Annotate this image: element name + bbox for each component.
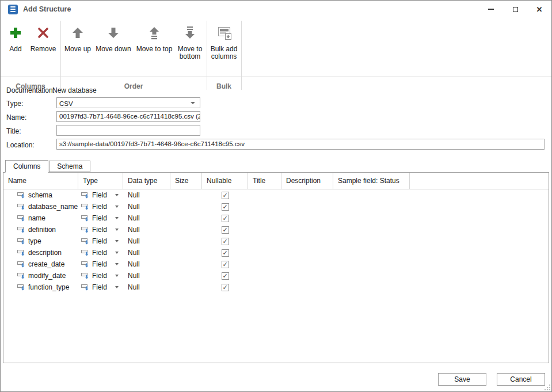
name-input[interactable]: 00197fd3-7b71-4648-96ce-c6c711418c95.csv…: [56, 111, 200, 122]
row-name-label: description: [28, 249, 62, 257]
title-label: Title:: [6, 127, 21, 135]
row-description-cell: [281, 212, 333, 224]
row-sample-cell: [333, 212, 410, 224]
chevron-down-icon: [191, 102, 195, 104]
row-size-cell: [170, 235, 202, 247]
header-nullable[interactable]: Nullable: [202, 173, 248, 189]
remove-button[interactable]: Remove: [29, 20, 57, 53]
field-icon: [17, 238, 25, 245]
row-sample-cell: [333, 281, 410, 293]
row-type-label: Field: [92, 272, 107, 280]
header-sample-field[interactable]: Sample field: Status: [333, 173, 410, 189]
nullable-checkbox[interactable]: [222, 226, 229, 234]
table-row[interactable]: modify_date Field Null: [3, 270, 549, 281]
header-size[interactable]: Size: [170, 173, 202, 189]
table-row[interactable]: type Field Null: [3, 235, 549, 247]
group-separator: [241, 21, 242, 90]
row-sample-cell: [333, 201, 410, 212]
row-type-select[interactable]: Field: [78, 189, 123, 201]
move-to-bottom-button[interactable]: Move to bottom: [174, 20, 205, 60]
remove-button-label: Remove: [29, 45, 57, 53]
move-up-button[interactable]: Move up: [62, 20, 94, 53]
table-row[interactable]: definition Field Null: [3, 224, 549, 235]
row-datatype-label: Null: [128, 249, 140, 257]
minimize-button[interactable]: [479, 1, 503, 18]
bulk-add-columns-button[interactable]: Bulk add columns: [208, 20, 240, 60]
maximize-button[interactable]: [503, 1, 527, 18]
nullable-checkbox[interactable]: [222, 238, 229, 245]
row-type-label: Field: [92, 260, 107, 268]
row-type-select[interactable]: Field: [78, 224, 123, 235]
row-size-cell: [170, 270, 202, 281]
row-type-select[interactable]: Field: [78, 281, 123, 293]
type-label: Type:: [6, 100, 23, 108]
nullable-checkbox[interactable]: [222, 261, 229, 268]
table-row[interactable]: create_date Field Null: [3, 258, 549, 270]
header-description[interactable]: Description: [281, 173, 333, 189]
row-type-label: Field: [92, 203, 107, 211]
row-sample-cell: [333, 270, 410, 281]
row-type-label: Field: [92, 249, 107, 257]
nullable-checkbox[interactable]: [222, 272, 229, 280]
close-button[interactable]: ✕: [527, 1, 551, 18]
row-type-select[interactable]: Field: [78, 247, 123, 258]
location-input[interactable]: s3://sample-data/00197fd3-7b71-4648-96ce…: [56, 139, 545, 150]
header-data-type[interactable]: Data type: [123, 173, 170, 189]
row-size-cell: [170, 258, 202, 270]
row-datatype-label: Null: [128, 214, 140, 222]
table-row[interactable]: name Field Null: [3, 212, 549, 224]
field-icon: [81, 272, 89, 279]
row-type-select[interactable]: Field: [78, 235, 123, 247]
header-name[interactable]: Name: [3, 173, 78, 189]
table-header-row: Name Type Data type Size Nullable Title …: [3, 173, 549, 189]
ribbon-toolbar: Add Remove Move up Move down Move to top: [1, 18, 551, 77]
row-description-cell: [281, 281, 333, 293]
row-sample-cell: [333, 189, 410, 201]
move-to-top-label: Move to top: [133, 45, 176, 53]
title-input[interactable]: [56, 125, 200, 136]
move-to-top-button[interactable]: Move to top: [133, 20, 176, 53]
nullable-checkbox[interactable]: [222, 284, 229, 291]
nullable-checkbox[interactable]: [222, 249, 229, 257]
tab-columns[interactable]: Columns: [5, 160, 48, 173]
row-type-label: Field: [92, 283, 107, 291]
field-icon: [17, 284, 25, 291]
x-icon: [29, 20, 57, 45]
resize-grip[interactable]: [545, 385, 550, 390]
row-sample-cell: [333, 224, 410, 235]
header-title[interactable]: Title: [248, 173, 281, 189]
nullable-checkbox[interactable]: [222, 215, 229, 222]
window-title: Add Structure: [23, 5, 71, 13]
row-name-label: database_name: [28, 203, 78, 211]
table-row[interactable]: description Field Null: [3, 247, 549, 258]
group-separator: [207, 21, 207, 90]
cancel-button[interactable]: Cancel: [497, 373, 545, 386]
row-type-select[interactable]: Field: [78, 212, 123, 224]
row-type-select[interactable]: Field: [78, 258, 123, 270]
field-icon: [17, 192, 25, 199]
row-type-select[interactable]: Field: [78, 270, 123, 281]
save-button[interactable]: Save: [438, 373, 486, 386]
header-type[interactable]: Type: [78, 173, 123, 189]
nullable-checkbox[interactable]: [222, 192, 229, 199]
documentation-label: Documentation:: [6, 86, 55, 94]
row-description-cell: [281, 189, 333, 201]
type-select[interactable]: CSV: [56, 97, 200, 108]
move-down-button[interactable]: Move down: [94, 20, 133, 53]
row-empty-cell: [410, 189, 549, 201]
row-description-cell: [281, 258, 333, 270]
table-row[interactable]: schema Field Null: [3, 189, 549, 201]
tab-schema[interactable]: Schema: [49, 161, 90, 172]
row-name-label: schema: [28, 191, 52, 199]
table-row[interactable]: function_type Field Null: [3, 281, 549, 293]
row-type-select[interactable]: Field: [78, 201, 123, 212]
field-icon: [17, 249, 25, 256]
arrow-down-icon: [94, 20, 133, 45]
add-button[interactable]: Add: [5, 20, 26, 53]
table-row[interactable]: database_name Field Null: [3, 201, 549, 212]
row-empty-cell: [410, 270, 549, 281]
field-icon: [17, 226, 25, 233]
nullable-checkbox[interactable]: [222, 203, 229, 211]
group-label-bulk: Bulk: [207, 82, 241, 90]
row-description-cell: [281, 235, 333, 247]
